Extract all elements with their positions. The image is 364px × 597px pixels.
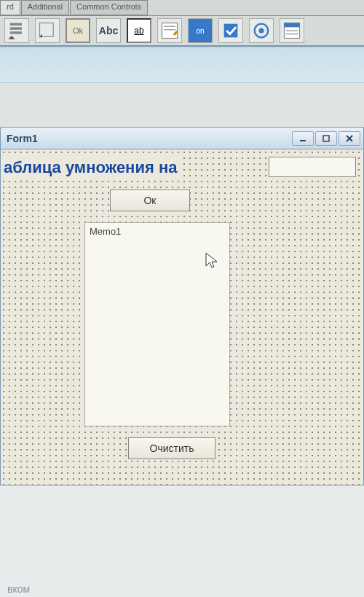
svg-rect-0 <box>10 23 22 26</box>
tab-additional[interactable]: Additional <box>21 0 69 15</box>
tab-common-controls[interactable]: Common Controls <box>70 0 148 15</box>
palette-togglebox-icon[interactable]: on <box>188 18 213 43</box>
palette-checkbox-icon[interactable] <box>218 18 243 43</box>
palette-mainmenu-icon[interactable] <box>4 18 29 43</box>
edit-input[interactable] <box>269 157 356 177</box>
label-title[interactable]: аблица умножения на <box>1 157 180 179</box>
palette-memo-icon[interactable] <box>157 18 182 43</box>
form-design-surface[interactable]: аблица умножения на Ок Memo1 Очистить <box>1 149 363 485</box>
ide-spacer-band <box>0 47 364 83</box>
clear-button[interactable]: Очистить <box>128 437 215 459</box>
palette-toggle-text: on <box>196 27 204 35</box>
tab-standard[interactable]: rd <box>0 0 20 15</box>
svg-rect-7 <box>224 24 238 38</box>
close-button[interactable] <box>339 131 360 146</box>
ide-tab-strip: rd Additional Common Controls <box>0 0 364 16</box>
minimize-button[interactable] <box>292 131 314 146</box>
form-designer-window: Form1 аблица умножения на Ок Memo1 Очист… <box>0 127 364 485</box>
palette-listbox-icon[interactable] <box>280 18 304 43</box>
palette-label-icon[interactable]: Abc <box>96 18 121 43</box>
svg-rect-3 <box>40 23 54 37</box>
palette-popupmenu-icon[interactable] <box>35 18 60 43</box>
ok-button[interactable]: Ок <box>110 190 190 211</box>
form-titlebar[interactable]: Form1 <box>1 128 363 149</box>
palette-edit-icon[interactable]: ab <box>127 18 151 43</box>
palette-label-text: Abc <box>99 25 118 36</box>
svg-rect-1 <box>10 27 22 30</box>
palette-button-label: Ok <box>73 26 83 35</box>
palette-radiobutton-icon[interactable] <box>249 18 274 43</box>
component-palette: Ok Abc ab on <box>0 16 364 47</box>
window-controls <box>292 131 360 146</box>
svg-rect-11 <box>285 23 300 28</box>
maximize-button[interactable] <box>315 131 337 146</box>
palette-edit-text: ab <box>134 26 143 36</box>
form-title: Form1 <box>7 133 38 144</box>
cursor-icon <box>205 251 219 273</box>
bottom-area: вком <box>0 485 364 597</box>
svg-point-9 <box>259 28 264 34</box>
svg-rect-4 <box>162 23 178 39</box>
svg-rect-2 <box>10 31 22 34</box>
palette-button-icon[interactable]: Ok <box>66 18 90 43</box>
bottom-text: вком <box>7 583 30 595</box>
svg-rect-15 <box>323 136 329 141</box>
ide-gap <box>0 83 364 127</box>
